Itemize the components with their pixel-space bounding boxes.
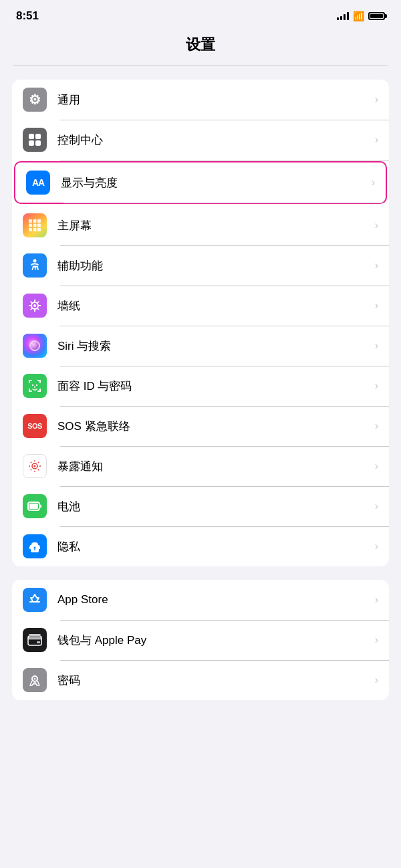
battery-settings-icon [23, 494, 47, 518]
settings-row-siri[interactable]: Siri 与搜索 › [12, 326, 389, 366]
exposure-label: 暴露通知 [57, 459, 375, 474]
appstore-icon [23, 588, 47, 612]
svg-rect-0 [29, 134, 34, 139]
svg-point-48 [34, 547, 36, 549]
password-icon [23, 668, 47, 692]
settings-row-password[interactable]: 密码 › [12, 660, 389, 700]
svg-line-42 [38, 462, 39, 463]
siri-icon [23, 334, 47, 358]
svg-line-21 [37, 308, 39, 310]
sos-chevron: › [375, 420, 378, 432]
svg-point-32 [32, 385, 33, 386]
accessibility-chevron: › [375, 259, 378, 272]
svg-rect-45 [29, 504, 38, 509]
settings-row-sos[interactable]: SOS SOS 紧急联络 › [12, 406, 389, 446]
general-label: 通用 [57, 92, 375, 108]
svg-rect-54 [37, 641, 40, 643]
settings-row-control-center[interactable]: 控制中心 › [12, 120, 389, 160]
svg-rect-10 [29, 228, 32, 231]
status-bar: 8:51 📶 [0, 0, 401, 29]
svg-rect-4 [29, 219, 32, 223]
display-label: 显示与亮度 [61, 175, 372, 191]
settings-row-accessibility[interactable]: 辅助功能 › [12, 245, 389, 286]
settings-row-home-screen[interactable]: 主屏幕 › [12, 205, 389, 245]
svg-rect-51 [28, 636, 41, 645]
display-chevron: › [372, 177, 375, 189]
settings-row-exposure[interactable]: 暴露通知 › [12, 446, 389, 486]
accessibility-label: 辅助功能 [57, 258, 375, 274]
settings-row-battery[interactable]: 电池 › [12, 486, 389, 526]
control-center-chevron: › [375, 134, 378, 146]
sos-label: SOS 紧急联络 [57, 419, 375, 434]
svg-rect-46 [39, 505, 41, 508]
home-screen-label: 主屏幕 [57, 218, 375, 233]
appstore-chevron: › [375, 594, 378, 606]
svg-line-43 [31, 469, 31, 470]
battery-chevron: › [375, 500, 378, 512]
section-divider [13, 66, 388, 66]
svg-line-22 [37, 302, 39, 304]
svg-rect-9 [37, 224, 41, 227]
svg-rect-28 [29, 380, 30, 383]
status-icons: 📶 [337, 11, 385, 21]
wallet-chevron: › [375, 634, 378, 646]
display-icon: AA [26, 171, 50, 195]
control-center-label: 控制中心 [57, 132, 375, 148]
settings-row-faceid[interactable]: 面容 ID 与密码 › [12, 366, 389, 406]
faceid-chevron: › [375, 380, 378, 392]
svg-rect-1 [35, 134, 41, 139]
page-title: 设置 [186, 36, 215, 53]
settings-row-wallpaper[interactable]: 墙纸 › [12, 286, 389, 326]
svg-rect-5 [33, 219, 37, 223]
privacy-chevron: › [375, 540, 378, 552]
wifi-icon: 📶 [353, 11, 364, 21]
svg-point-35 [34, 465, 36, 467]
svg-rect-3 [35, 140, 41, 146]
faceid-label: 面容 ID 与密码 [57, 378, 375, 394]
privacy-label: 隐私 [57, 539, 375, 554]
privacy-icon [23, 534, 47, 558]
exposure-icon [23, 454, 47, 478]
svg-line-40 [31, 462, 31, 463]
accessibility-icon [23, 253, 47, 278]
svg-rect-30 [29, 389, 30, 392]
svg-rect-8 [33, 224, 37, 227]
svg-rect-31 [39, 389, 41, 392]
wallpaper-icon [23, 294, 47, 318]
control-center-icon [23, 128, 47, 152]
faceid-icon [23, 374, 47, 398]
password-chevron: › [375, 674, 378, 686]
battery-label: 电池 [57, 499, 375, 514]
settings-row-display[interactable]: AA 显示与亮度 › [14, 161, 387, 204]
settings-row-wallet[interactable]: 钱包与 Apple Pay › [12, 620, 389, 660]
status-time: 8:51 [16, 9, 39, 23]
wallpaper-label: 墙纸 [57, 298, 375, 314]
password-label: 密码 [57, 673, 375, 688]
settings-group-2: App Store › 钱包与 Apple Pay › 密码 › [12, 580, 389, 700]
wallet-icon [23, 628, 47, 652]
page-title-bar: 设置 [0, 29, 401, 66]
svg-rect-11 [33, 228, 37, 231]
svg-line-23 [31, 308, 33, 310]
svg-point-33 [36, 385, 37, 386]
svg-rect-6 [37, 219, 41, 223]
exposure-chevron: › [375, 460, 378, 472]
sos-icon: SOS [23, 414, 47, 438]
svg-rect-2 [29, 140, 34, 146]
svg-point-15 [33, 304, 36, 307]
general-icon: ⚙ [23, 88, 47, 112]
home-screen-icon [23, 213, 47, 237]
wallpaper-chevron: › [375, 300, 378, 312]
settings-row-privacy[interactable]: 隐私 › [12, 526, 389, 566]
svg-rect-7 [29, 224, 32, 227]
siri-chevron: › [375, 340, 378, 352]
svg-point-56 [34, 678, 36, 680]
settings-row-appstore[interactable]: App Store › [12, 580, 389, 620]
wallet-label: 钱包与 Apple Pay [57, 633, 375, 648]
siri-label: Siri 与搜索 [57, 338, 375, 354]
signal-icon [337, 12, 349, 20]
svg-rect-12 [37, 228, 41, 231]
settings-row-general[interactable]: ⚙ 通用 › [12, 80, 389, 120]
general-chevron: › [375, 94, 378, 106]
home-screen-chevron: › [375, 219, 378, 231]
